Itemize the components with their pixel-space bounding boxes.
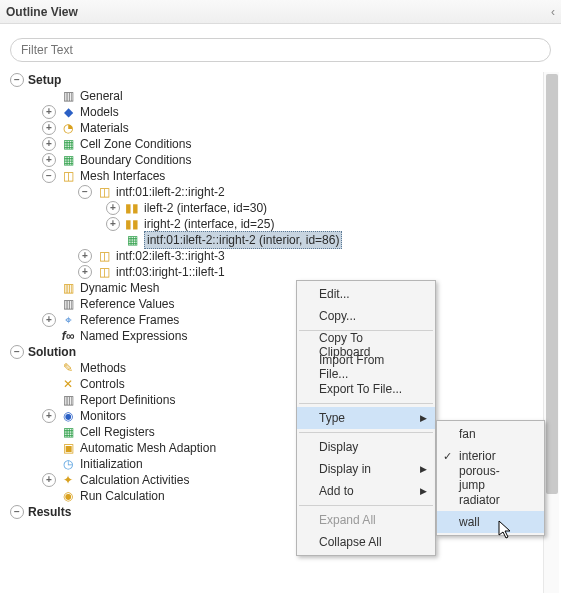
expand-toggle[interactable]: +: [42, 121, 56, 135]
boundary-icon: ▦: [60, 152, 76, 168]
scrollbar-thumb[interactable]: [546, 74, 558, 494]
file-icon: ▥: [60, 296, 76, 312]
submenu-arrow-icon: ▶: [420, 464, 427, 474]
tree-node-refframes[interactable]: + ⌖ Reference Frames: [4, 312, 539, 328]
expand-toggle[interactable]: −: [10, 345, 24, 359]
menu-separator: [299, 432, 433, 433]
frames-icon: ⌖: [60, 312, 76, 328]
tree-label: Named Expressions: [80, 328, 187, 344]
menu-label: Display: [319, 440, 358, 454]
type-submenu: fan ✓interior porous-jump radiator wall: [436, 420, 545, 536]
expand-toggle[interactable]: +: [42, 473, 56, 487]
tree-label: Cell Zone Conditions: [80, 136, 191, 152]
expand-toggle[interactable]: +: [42, 153, 56, 167]
tree-label: Controls: [80, 376, 125, 392]
vertical-scrollbar[interactable]: [543, 72, 559, 593]
titlebar: Outline View ‹: [0, 0, 561, 24]
expand-toggle[interactable]: +: [106, 217, 120, 231]
tree-node-methods[interactable]: ✎ Methods: [4, 360, 539, 376]
expand-toggle[interactable]: +: [42, 137, 56, 151]
tree-label: intf:02:ileft-3::iright-3: [116, 248, 225, 264]
expand-toggle[interactable]: +: [78, 249, 92, 263]
expand-toggle[interactable]: +: [42, 409, 56, 423]
expand-toggle[interactable]: −: [10, 73, 24, 87]
submenu-label: radiator: [459, 493, 500, 507]
models-icon: ◆: [60, 104, 76, 120]
tree-label: Solution: [28, 344, 76, 360]
tree-label: Cell Registers: [80, 424, 155, 440]
submenu-porous-jump[interactable]: porous-jump: [437, 467, 544, 489]
tree-label: Boundary Conditions: [80, 152, 191, 168]
tree-label-selected: intf:01:ileft-2::iright-2 (interior, id=…: [144, 231, 342, 249]
panel-title: Outline View: [6, 5, 78, 19]
menu-separator: [299, 505, 433, 506]
tree-node-intf01[interactable]: − ◫ intf:01:ileft-2::iright-2: [4, 184, 539, 200]
tree-node-cellzone[interactable]: + ▦ Cell Zone Conditions: [4, 136, 539, 152]
tree-node-iright2[interactable]: + ▮▮ iright-2 (interface, id=25): [4, 216, 539, 232]
menu-display[interactable]: Display: [297, 436, 435, 458]
menu-edit[interactable]: Edit...: [297, 283, 435, 305]
tree-node-setup[interactable]: − Setup: [4, 72, 539, 88]
tree-node-general[interactable]: ▥ General: [4, 88, 539, 104]
tree-label: Models: [80, 104, 119, 120]
tree-label: iright-2 (interface, id=25): [144, 216, 274, 232]
tree-node-reportdef[interactable]: ▥ Report Definitions: [4, 392, 539, 408]
tree-node-intf02[interactable]: + ◫ intf:02:ileft-3::iright-3: [4, 248, 539, 264]
submenu-wall[interactable]: wall: [437, 511, 544, 533]
expand-toggle[interactable]: +: [42, 105, 56, 119]
expand-toggle[interactable]: +: [78, 265, 92, 279]
meshif-icon: ◫: [60, 168, 76, 184]
materials-icon: ◔: [60, 120, 76, 136]
tree-node-meshif[interactable]: − ◫ Mesh Interfaces: [4, 168, 539, 184]
tree-label: intf:01:ileft-2::iright-2: [116, 184, 225, 200]
submenu-label: porous-jump: [459, 464, 522, 492]
expand-toggle[interactable]: −: [42, 169, 56, 183]
tree-node-intf03[interactable]: + ◫ intf:03:iright-1::ileft-1: [4, 264, 539, 280]
tree-label: Materials: [80, 120, 129, 136]
filter-input[interactable]: [10, 38, 551, 62]
tree-node-intf01b[interactable]: ▦ intf:01:ileft-2::iright-2 (interior, i…: [4, 232, 539, 248]
menu-label: Add to: [319, 484, 354, 498]
tree-label: Results: [28, 504, 71, 520]
tree-node-controls[interactable]: ✕ Controls: [4, 376, 539, 392]
tree-node-refvals[interactable]: ▥ Reference Values: [4, 296, 539, 312]
tree-node-namedexpr[interactable]: f∞ Named Expressions: [4, 328, 539, 344]
menu-export-file[interactable]: Export To File...: [297, 378, 435, 400]
collapse-chevron-icon[interactable]: ‹: [551, 5, 555, 19]
interior-icon: ▦: [124, 232, 140, 248]
tree-node-ileft2[interactable]: + ▮▮ ileft-2 (interface, id=30): [4, 200, 539, 216]
tree-node-solution[interactable]: − Solution: [4, 344, 539, 360]
tree-label: Methods: [80, 360, 126, 376]
tree-label: Setup: [28, 72, 61, 88]
expand-toggle[interactable]: +: [42, 313, 56, 327]
menu-display-in[interactable]: Display in▶: [297, 458, 435, 480]
check-icon: ✓: [443, 450, 452, 463]
expand-toggle[interactable]: −: [78, 185, 92, 199]
tree-label: Reference Frames: [80, 312, 179, 328]
tree-label: Mesh Interfaces: [80, 168, 165, 184]
filter-container: [0, 24, 561, 72]
cellzone-icon: ▦: [60, 136, 76, 152]
menu-type[interactable]: Type▶: [297, 407, 435, 429]
tree-label: Automatic Mesh Adaption: [80, 440, 216, 456]
menu-collapse-all[interactable]: Collapse All: [297, 531, 435, 553]
interface-icon: ▮▮: [124, 200, 140, 216]
menu-expand-all: Expand All: [297, 509, 435, 531]
menu-import-file[interactable]: Import From File...: [297, 356, 435, 378]
submenu-arrow-icon: ▶: [420, 486, 427, 496]
menu-add-to[interactable]: Add to▶: [297, 480, 435, 502]
tree-node-boundary[interactable]: + ▦ Boundary Conditions: [4, 152, 539, 168]
menu-label: Expand All: [319, 513, 376, 527]
menu-label: Import From File...: [319, 353, 405, 381]
tree-node-materials[interactable]: + ◔ Materials: [4, 120, 539, 136]
tree-node-dynmesh[interactable]: ▥ Dynamic Mesh: [4, 280, 539, 296]
submenu-radiator[interactable]: radiator: [437, 489, 544, 511]
tree-node-models[interactable]: + ◆ Models: [4, 104, 539, 120]
submenu-fan[interactable]: fan: [437, 423, 544, 445]
expand-toggle[interactable]: +: [106, 201, 120, 215]
menu-copy[interactable]: Copy...: [297, 305, 435, 327]
expand-toggle[interactable]: −: [10, 505, 24, 519]
menu-label: Edit...: [319, 287, 350, 301]
tree-label: Report Definitions: [80, 392, 175, 408]
autoadapt-icon: ▣: [60, 440, 76, 456]
